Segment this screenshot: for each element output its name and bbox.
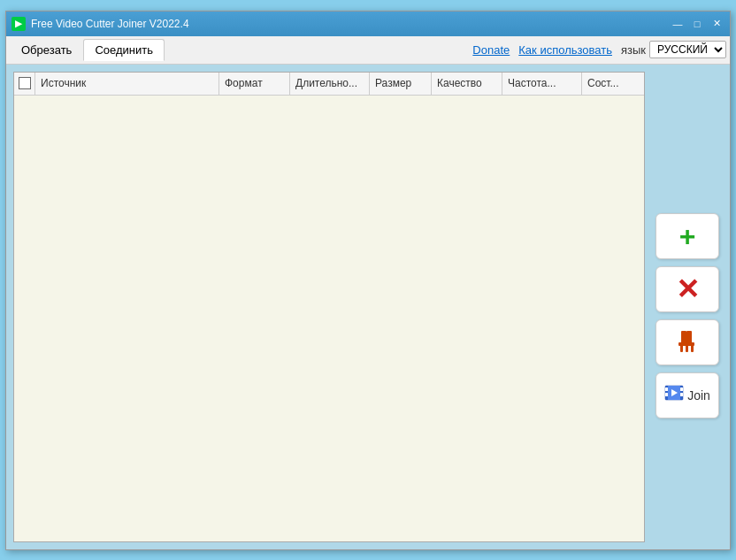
col-format: Формат — [219, 73, 290, 95]
title-controls: — □ ✕ — [670, 16, 724, 32]
svg-rect-0 — [681, 331, 686, 343]
film-icon — [664, 383, 684, 407]
language-select[interactable]: РУССКИЙ — [649, 41, 726, 58]
svg-rect-1 — [686, 331, 692, 343]
svg-rect-5 — [691, 345, 694, 352]
tab-join[interactable]: Соединить — [83, 39, 165, 61]
join-label: Join — [687, 388, 710, 403]
svg-rect-9 — [680, 387, 683, 391]
svg-rect-4 — [686, 345, 688, 352]
table-body — [14, 96, 644, 541]
col-duration: Длительно... — [290, 73, 370, 95]
clear-files-button[interactable] — [656, 319, 719, 365]
broom-icon — [672, 327, 702, 357]
sidebar-buttons: + ✕ — [652, 72, 723, 542]
lang-label: язык — [621, 43, 646, 57]
close-button[interactable]: ✕ — [709, 16, 724, 32]
table-header: Источник Формат Длительно... Размер Каче… — [14, 73, 644, 96]
col-check — [14, 73, 35, 95]
toolbar: Обрезать Соединить Donate Как использова… — [6, 36, 730, 65]
window-title: Free Video Cutter Joiner V2022.4 — [31, 18, 189, 30]
app-icon: ▶ — [12, 17, 26, 31]
svg-rect-8 — [665, 393, 668, 396]
select-all-checkbox[interactable] — [19, 77, 31, 89]
svg-rect-7 — [665, 387, 668, 391]
add-icon: + — [679, 222, 696, 250]
maximize-button[interactable]: □ — [689, 16, 705, 32]
add-file-button[interactable]: + — [656, 213, 719, 259]
howto-link[interactable]: Как использовать — [518, 43, 612, 57]
main-window: ▶ Free Video Cutter Joiner V2022.4 — □ ✕… — [5, 11, 731, 550]
remove-icon: ✕ — [676, 275, 700, 303]
col-frequency: Частота... — [502, 73, 582, 95]
donate-link[interactable]: Donate — [472, 43, 510, 57]
main-content: Источник Формат Длительно... Размер Каче… — [6, 65, 730, 549]
tab-cut[interactable]: Обрезать — [10, 39, 83, 61]
toolbar-links: Donate Как использовать — [472, 43, 612, 57]
remove-file-button[interactable]: ✕ — [656, 266, 719, 312]
title-bar: ▶ Free Video Cutter Joiner V2022.4 — □ ✕ — [6, 12, 730, 36]
col-status: Сост... — [582, 73, 644, 95]
col-size: Размер — [370, 73, 432, 95]
col-source: Источник — [35, 73, 219, 95]
minimize-button[interactable]: — — [670, 16, 686, 32]
svg-rect-3 — [680, 345, 683, 352]
col-quality: Качество — [432, 73, 502, 95]
film-reel-icon — [664, 383, 684, 403]
file-table: Источник Формат Длительно... Размер Каче… — [13, 72, 645, 542]
svg-rect-10 — [680, 393, 683, 396]
title-bar-left: ▶ Free Video Cutter Joiner V2022.4 — [12, 17, 189, 31]
join-button[interactable]: Join — [656, 372, 719, 418]
